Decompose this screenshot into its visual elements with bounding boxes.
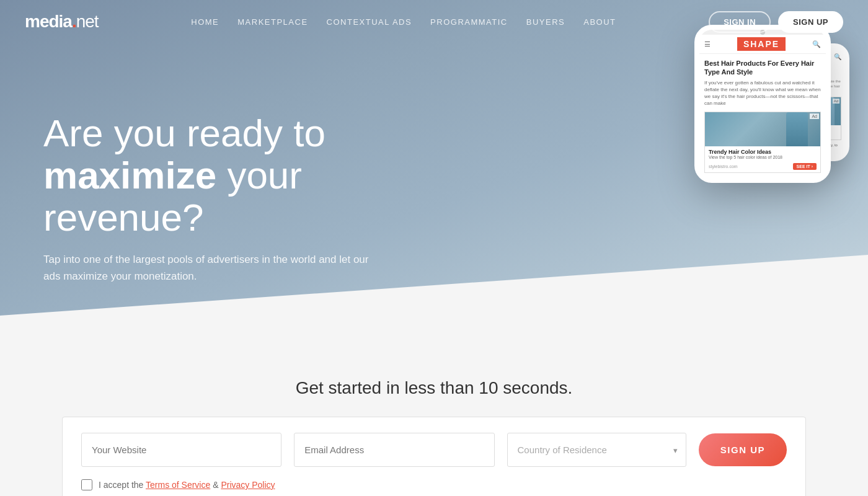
signup-nav-button[interactable]: SIGN UP [778,11,843,33]
form-row: Country of Residence ▾ SIGN UP [81,433,787,467]
nav-buyers[interactable]: BUYERS [526,17,565,27]
terms-text-before: I accept the [99,480,146,490]
header: media.net HOME MARKETPLACE CONTEXTUAL AD… [0,0,868,43]
nav-about[interactable]: ABOUT [583,17,616,27]
phone-article: Best Hair Products For Every Hair Type A… [699,54,826,112]
hero-title-bold: maximize [43,154,216,197]
privacy-policy-link[interactable]: Privacy Policy [221,480,275,490]
phone-ad: Ad Trendy Hair Color Ideas View the top … [704,112,821,173]
hero-subtitle: Tap into one of the largest pools of adv… [43,251,378,285]
checkbox-row: I accept the Terms of Service & Privacy … [81,479,787,490]
main-nav: HOME MARKETPLACE CONTEXTUAL ADS PROGRAMM… [191,17,616,27]
logo-dot: . [72,12,76,31]
hero-section: Are you ready to maximize your revenue? … [0,0,868,347]
nav-programmatic[interactable]: PROGRAMMATIC [430,17,508,27]
phone-ad-title: Trendy Hair Color Ideas [709,149,817,155]
terms-of-service-link[interactable]: Terms of Service [146,480,210,490]
email-input[interactable] [294,433,494,467]
nav-home[interactable]: HOME [191,17,219,27]
phone-mockup-front: ☰ SHAPE 🔍 Best Hair Products For Every H… [694,25,831,183]
phone-ad-badge: Ad [810,113,819,119]
lower-section: Get started in less than 10 seconds. Cou… [0,347,868,496]
website-input[interactable] [81,433,281,467]
nav-marketplace[interactable]: MARKETPLACE [237,17,308,27]
phone-ad-cta[interactable]: SEE IT › [793,163,817,170]
terms-text-mid: & [210,480,221,490]
nav-contextual-ads[interactable]: CONTEXTUAL ADS [327,17,412,27]
logo-text: media.net [25,12,99,32]
phone-article-text: If you've ever gotten a fabulous cut and… [704,79,821,107]
nav-auth-buttons: SIGN IN SIGN UP [709,11,843,33]
phone2-ad-badge: Ad [833,99,839,104]
hero-title: Are you ready to maximize your revenue? [43,112,391,239]
phone-ad-info: Trendy Hair Color Ideas View the top 5 h… [705,146,820,162]
terms-label: I accept the Terms of Service & Privacy … [99,480,275,490]
signup-form-container: Country of Residence ▾ SIGN UP I accept … [62,417,806,496]
phone-ad-person [786,112,808,146]
hero-title-part1: Are you ready to [43,112,326,154]
phone-ad-footer: stylebistro.com SEE IT › [705,162,820,172]
phone-ad-desc: View the top 5 hair color ideas of 2018 [709,155,817,159]
phone-content: ☰ SHAPE 🔍 Best Hair Products For Every H… [699,35,826,173]
cta-title: Get started in less than 10 seconds. [0,378,868,398]
logo-media: media [25,12,72,31]
country-select-wrapper: Country of Residence ▾ [507,433,686,467]
phone2-search-icon: 🔍 [834,53,841,60]
signin-button[interactable]: SIGN IN [709,11,771,33]
logo[interactable]: media.net [25,12,99,32]
hero-content: Are you ready to maximize your revenue? … [0,63,434,285]
country-select[interactable]: Country of Residence [507,433,686,467]
terms-checkbox[interactable] [81,479,92,490]
phone-mockup-area: ☰ SHAPE 🔍 Hair Products For Every Hair T… [694,25,831,183]
phone-ad-url: stylebistro.com [709,164,738,169]
signup-form-button[interactable]: SIGN UP [699,433,787,466]
phone-ad-image: Ad [705,112,820,146]
phone-article-title: Best Hair Products For Every Hair Type A… [704,59,821,77]
logo-net: net [76,12,99,31]
